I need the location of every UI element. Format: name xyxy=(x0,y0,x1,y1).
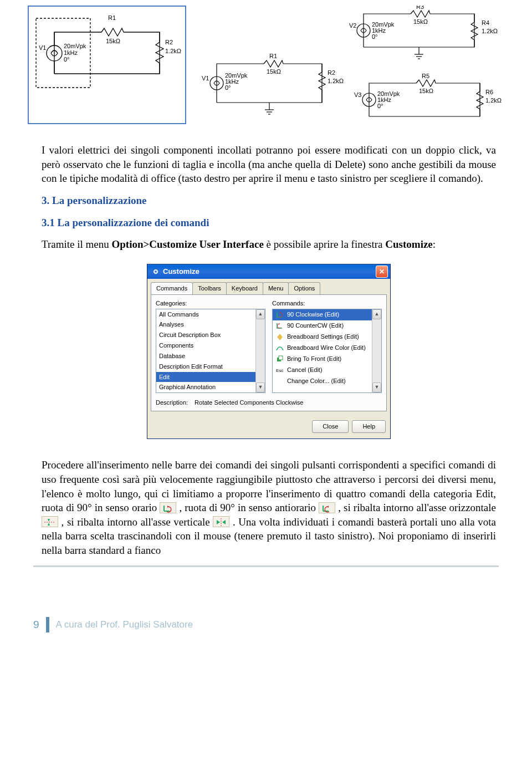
svg-text:1kHz: 1kHz xyxy=(64,49,78,56)
rotate-ccw-icon xyxy=(319,502,335,513)
svg-text:0°: 0° xyxy=(64,56,70,63)
flip-vertical-icon xyxy=(213,516,229,527)
categories-label: Categories: xyxy=(156,299,265,308)
help-button[interactable]: Help xyxy=(352,420,386,433)
svg-text:15kΩ: 15kΩ xyxy=(413,18,428,25)
wire-icon xyxy=(275,344,284,353)
close-icon[interactable]: ✕ xyxy=(376,266,388,278)
customize-dialog: Customize ✕ Commands Toolbars Keyboard M… xyxy=(147,264,391,439)
page-footer: 9 A cura del Prof. Puglisi Salvatore xyxy=(0,617,532,639)
svg-text:R1: R1 xyxy=(269,53,277,59)
scroll-down-icon[interactable]: ▼ xyxy=(256,383,265,392)
svg-text:1.2kΩ: 1.2kΩ xyxy=(328,78,344,84)
paragraph-1: I valori elettrici dei singoli component… xyxy=(42,143,496,186)
front-icon xyxy=(275,355,284,364)
svg-rect-5 xyxy=(36,18,90,88)
svg-text:V3: V3 xyxy=(354,91,361,98)
svg-text:V1: V1 xyxy=(202,75,209,81)
scroll-up-icon[interactable]: ▲ xyxy=(372,309,381,319)
blank-icon xyxy=(275,377,284,386)
flip-horizontal-icon xyxy=(42,516,58,527)
page-number: 9 xyxy=(33,619,39,631)
categories-listbox[interactable]: All CommandsAnalysesCircuit Description … xyxy=(156,309,265,393)
circuit-a: V1 20mVpk 1kHz 0° R1 15kΩ R2 1.2kΩ xyxy=(28,6,186,124)
category-item[interactable]: All Commands xyxy=(156,309,265,320)
heading-3: 3. La personalizzazione xyxy=(42,193,496,208)
scroll-down-icon[interactable]: ▼ xyxy=(372,383,381,392)
svg-text:R6: R6 xyxy=(485,89,493,95)
svg-text:1.2kΩ: 1.2kΩ xyxy=(485,97,502,104)
svg-text:15kΩ: 15kΩ xyxy=(106,38,120,44)
commands-label: Commands: xyxy=(272,299,382,308)
category-item[interactable]: Analyses xyxy=(156,319,265,330)
svg-text:15kΩ: 15kΩ xyxy=(267,68,281,75)
category-item[interactable]: Edit xyxy=(156,372,265,383)
footer-rule xyxy=(33,565,499,567)
svg-text:15kΩ: 15kΩ xyxy=(419,88,433,94)
command-item[interactable]: Breadboard Settings (Edit) xyxy=(273,332,381,343)
svg-text:R1: R1 xyxy=(108,14,116,21)
diamond-icon xyxy=(275,333,284,341)
description-label: Description: xyxy=(156,399,188,407)
command-item[interactable]: EscCancel (Edit) xyxy=(273,365,381,376)
footer-divider xyxy=(46,617,49,633)
svg-text:R4: R4 xyxy=(482,19,489,26)
svg-text:R2: R2 xyxy=(328,69,335,76)
svg-text:0°: 0° xyxy=(377,103,383,109)
command-item[interactable]: Breadboard Wire Color (Edit) xyxy=(273,343,381,354)
command-item[interactable]: Bring To Front (Edit) xyxy=(273,354,381,365)
svg-text:1.2kΩ: 1.2kΩ xyxy=(482,28,498,34)
category-item[interactable]: Database xyxy=(156,351,265,361)
dialog-titlebar[interactable]: Customize ✕ xyxy=(147,264,390,279)
command-item[interactable]: 90 Clockwise (Edit) xyxy=(273,309,381,320)
scrollbar[interactable]: ▲ ▼ xyxy=(372,309,381,392)
category-item[interactable]: Description Edit Format xyxy=(156,361,265,372)
ccw-icon xyxy=(275,322,284,330)
svg-text:R2: R2 xyxy=(165,39,173,45)
esc-icon: Esc xyxy=(275,366,284,375)
svg-text:R5: R5 xyxy=(422,73,429,79)
command-item[interactable]: 90 CounterCW (Edit) xyxy=(273,320,381,332)
tab-menu[interactable]: Menu xyxy=(263,282,289,294)
svg-text:20mVpk: 20mVpk xyxy=(64,43,86,49)
svg-text:0°: 0° xyxy=(225,84,231,91)
dialog-title: Customize xyxy=(163,267,200,277)
scroll-up-icon[interactable]: ▲ xyxy=(256,309,265,319)
svg-text:V2: V2 xyxy=(349,22,356,29)
svg-text:R3: R3 xyxy=(416,6,424,10)
tab-toolbars[interactable]: Toolbars xyxy=(192,282,227,294)
svg-rect-58 xyxy=(279,356,283,360)
commands-listbox[interactable]: 90 Clockwise (Edit)90 CounterCW (Edit)Br… xyxy=(272,309,382,393)
gear-icon xyxy=(152,268,160,276)
dialog-tabs: Commands Toolbars Keyboard Menu Options xyxy=(147,279,390,294)
category-item[interactable]: Circuit Description Box xyxy=(156,330,265,340)
cw-icon xyxy=(275,310,284,319)
tab-commands[interactable]: Commands xyxy=(151,282,193,294)
heading-3-1: 3.1 La personalizzazione dei comandi xyxy=(42,216,496,230)
tab-options[interactable]: Options xyxy=(288,282,320,294)
tab-keyboard[interactable]: Keyboard xyxy=(226,282,263,294)
category-item[interactable]: Graphical Annotation xyxy=(156,382,265,392)
footer-credit: A cura del Prof. Puglisi Salvatore xyxy=(56,619,193,630)
svg-text:1.2kΩ: 1.2kΩ xyxy=(165,48,181,54)
rotate-cw-icon xyxy=(160,502,176,513)
svg-text:0°: 0° xyxy=(372,33,378,40)
paragraph-3: Procedere all'inserimento nelle barre de… xyxy=(42,458,496,557)
description-text: Rotate Selected Components Clockwise xyxy=(195,399,303,407)
category-item[interactable]: Components xyxy=(156,340,265,351)
close-button[interactable]: Close xyxy=(312,420,349,433)
paragraph-2: Tramite il menu Option>Customize User In… xyxy=(42,237,496,252)
svg-point-56 xyxy=(155,271,157,273)
command-item[interactable]: Change Color... (Edit) xyxy=(273,376,381,387)
svg-text:Esc: Esc xyxy=(276,368,283,373)
svg-text:V1: V1 xyxy=(39,44,46,51)
scrollbar[interactable]: ▲ ▼ xyxy=(255,309,265,392)
circuit-group-right: V2 20mVpk1kHz0° R315kΩ R41.2kΩ V1 20mVpk… xyxy=(197,6,502,124)
circuit-diagrams-row: V1 20mVpk 1kHz 0° R1 15kΩ R2 1.2kΩ xyxy=(0,0,532,135)
